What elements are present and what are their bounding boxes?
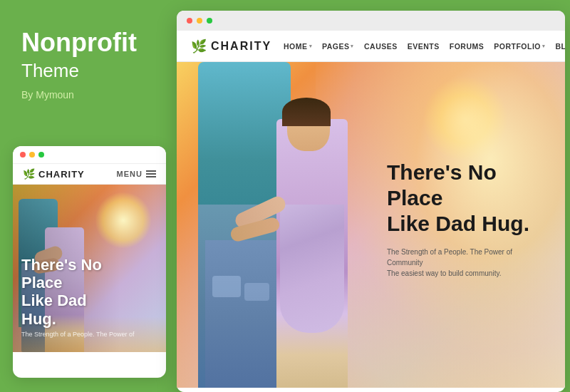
desktop-hero-text: There's No Place Like Dad Hug. The Stren…: [387, 160, 544, 279]
desktop-dot-green: [207, 18, 212, 24]
desktop-nav-items: HOME ▾ PAGES ▾ CAUSES EVENTS FORUMS PORT…: [284, 42, 565, 51]
caret-home: ▾: [309, 43, 313, 49]
hamburger-icon: [146, 170, 156, 177]
mobile-titlebar: [13, 146, 166, 163]
nav-item-causes[interactable]: CAUSES: [364, 42, 398, 51]
nav-item-blog[interactable]: BLOG ▾: [556, 42, 565, 51]
mobile-hero-text: There's No Place Like Dad Hug. The Stren…: [21, 256, 157, 338]
mobile-logo: 🌿 CHARITY: [23, 168, 85, 180]
left-panel: Nonprofit Theme By Mymoun 🌿 CHARITY MENU: [0, 0, 177, 392]
mobile-dot-red: [20, 152, 26, 158]
desktop-hero-description: The Strength of a People. The Power of C…: [387, 247, 544, 279]
mobile-logo-text: CHARITY: [38, 169, 85, 180]
mobile-hero: There's No Place Like Dad Hug. The Stren…: [13, 185, 166, 352]
desktop-logo-text: CHARITY: [211, 40, 271, 53]
desktop-hero-heading: There's No Place Like Dad Hug.: [387, 160, 544, 237]
desktop-dot-yellow: [197, 18, 202, 24]
mobile-logo-icon: 🌿: [23, 168, 35, 180]
theme-title-line1: Nonprofit: [21, 29, 155, 57]
desktop-nav: 🌿 CHARITY HOME ▾ PAGES ▾ CAUSES EVENTS F…: [177, 31, 565, 62]
desktop-hero: There's No Place Like Dad Hug. The Stren…: [177, 62, 565, 388]
theme-title-line2: Theme: [21, 60, 155, 82]
mobile-dot-yellow: [29, 152, 35, 158]
nav-item-home[interactable]: HOME ▾: [284, 42, 312, 51]
nav-item-portfolio[interactable]: PORTFOLIO ▾: [494, 42, 545, 51]
desktop-dot-red: [187, 18, 192, 24]
mobile-menu-label: MENU: [117, 170, 142, 178]
mobile-dot-green-dot: [38, 152, 44, 158]
mobile-nav: 🌿 CHARITY MENU: [13, 163, 166, 185]
desktop-logo: 🌿 CHARITY: [191, 38, 284, 54]
desktop-preview: 🌿 CHARITY HOME ▾ PAGES ▾ CAUSES EVENTS F…: [177, 11, 565, 392]
desktop-logo-icon: 🌿: [191, 38, 207, 54]
desktop-titlebar: [177, 11, 565, 31]
theme-author: By Mymoun: [21, 89, 155, 100]
caret-pages: ▾: [351, 43, 354, 49]
mobile-hero-subtext: The Strength of a People. The Power of: [21, 331, 157, 338]
caret-portfolio: ▾: [542, 43, 546, 49]
mobile-preview-card: 🌿 CHARITY MENU: [13, 146, 166, 378]
nav-item-pages[interactable]: PAGES ▾: [322, 42, 354, 51]
mobile-menu-button[interactable]: MENU: [117, 170, 156, 178]
nav-item-forums[interactable]: FORUMS: [450, 42, 484, 51]
nav-item-events[interactable]: EVENTS: [408, 42, 440, 51]
mobile-hero-heading: There's No Place Like Dad Hug.: [21, 256, 157, 328]
